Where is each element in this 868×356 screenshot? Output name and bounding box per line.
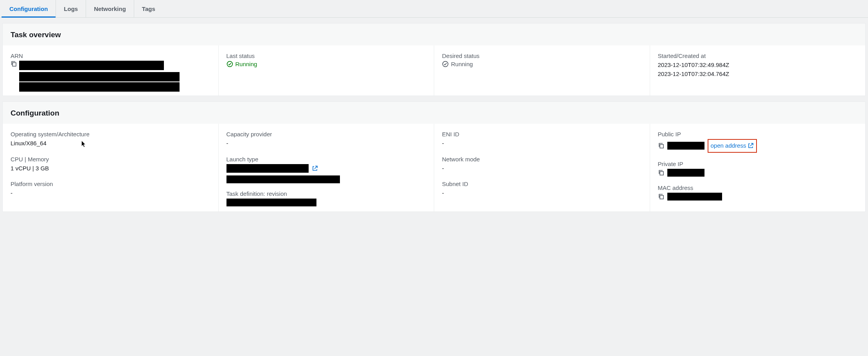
task-overview-heading: Task overview — [3, 23, 865, 45]
launch-type-redacted-2 — [226, 175, 340, 183]
mac-address-label: MAC address — [658, 184, 858, 191]
copy-icon[interactable] — [658, 170, 664, 176]
open-address-link[interactable]: open address — [708, 139, 757, 153]
started-created-label: Started/Created at — [658, 52, 858, 59]
svg-rect-0 — [13, 63, 16, 66]
last-status-value: Running — [226, 61, 426, 67]
external-link-icon — [748, 143, 754, 149]
copy-icon[interactable] — [658, 193, 664, 200]
arn-redacted-line-2 — [19, 72, 180, 81]
svg-rect-3 — [660, 145, 663, 148]
mac-address-redacted — [667, 193, 722, 201]
tab-networking[interactable]: Networking — [86, 0, 134, 17]
status-running-icon — [226, 61, 233, 67]
svg-rect-5 — [660, 195, 663, 199]
started-value: 2023-12-10T07:32:49.984Z — [658, 61, 858, 70]
tab-configuration[interactable]: Configuration — [2, 0, 56, 17]
network-mode-label: Network mode — [442, 156, 642, 163]
status-desired-icon — [442, 61, 449, 67]
tab-bar: Configuration Logs Networking Tags — [0, 0, 868, 18]
configuration-heading: Configuration — [3, 102, 865, 124]
copy-icon[interactable] — [11, 61, 17, 67]
arn-redacted-line-1 — [19, 61, 164, 70]
platform-version-value: - — [11, 189, 210, 198]
public-ip-label: Public IP — [658, 131, 858, 137]
launch-type-redacted — [226, 164, 309, 173]
taskdef-label: Task definition: revision — [226, 190, 426, 197]
eni-id-value: - — [442, 139, 642, 148]
svg-rect-4 — [660, 172, 663, 175]
eni-id-label: ENI ID — [442, 131, 642, 137]
private-ip-label: Private IP — [658, 161, 858, 167]
desired-status-value: Running — [442, 61, 642, 67]
subnet-id-label: Subnet ID — [442, 181, 642, 187]
created-value: 2023-12-10T07:32:04.764Z — [658, 70, 858, 79]
cpu-memory-label: CPU | Memory — [11, 156, 210, 163]
private-ip-redacted — [667, 169, 704, 177]
external-link-icon[interactable] — [312, 165, 318, 172]
os-arch-value: Linux/X86_64 — [11, 139, 210, 148]
subnet-id-value: - — [442, 189, 642, 198]
task-overview-panel: Task overview ARN Last status Ru — [2, 23, 866, 96]
last-status-label: Last status — [226, 52, 426, 59]
launch-type-label: Launch type — [226, 156, 426, 163]
os-arch-label: Operating system/Architecture — [11, 131, 210, 137]
cpu-memory-value: 1 vCPU | 3 GB — [11, 164, 210, 173]
copy-icon[interactable] — [658, 143, 664, 149]
configuration-panel: Configuration Operating system/Architect… — [2, 101, 866, 212]
platform-version-label: Platform version — [11, 181, 210, 187]
desired-status-label: Desired status — [442, 52, 642, 59]
last-status-text: Running — [235, 61, 257, 67]
network-mode-value: - — [442, 164, 642, 173]
arn-redacted-line-3 — [19, 82, 180, 92]
taskdef-redacted — [226, 199, 316, 206]
public-ip-redacted — [667, 142, 704, 150]
open-address-text: open address — [711, 141, 746, 150]
capacity-provider-value: - — [226, 139, 426, 148]
desired-status-text: Running — [451, 61, 473, 67]
arn-label: ARN — [11, 52, 210, 59]
tab-tags[interactable]: Tags — [134, 0, 163, 17]
capacity-provider-label: Capacity provider — [226, 131, 426, 137]
tab-logs[interactable]: Logs — [56, 0, 86, 17]
